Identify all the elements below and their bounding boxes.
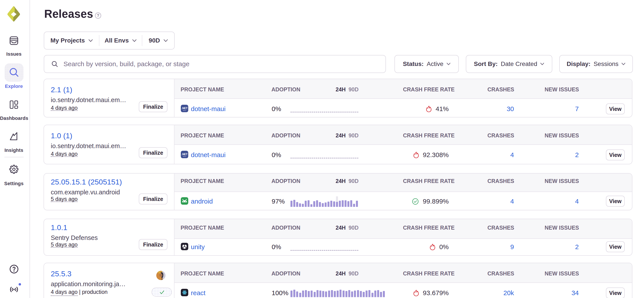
svg-text:.NET: .NET <box>182 153 188 156</box>
svg-text:.NET: .NET <box>182 107 188 110</box>
svg-text:MAUI: MAUI <box>183 110 186 111</box>
svg-text:MAUI: MAUI <box>183 156 186 157</box>
